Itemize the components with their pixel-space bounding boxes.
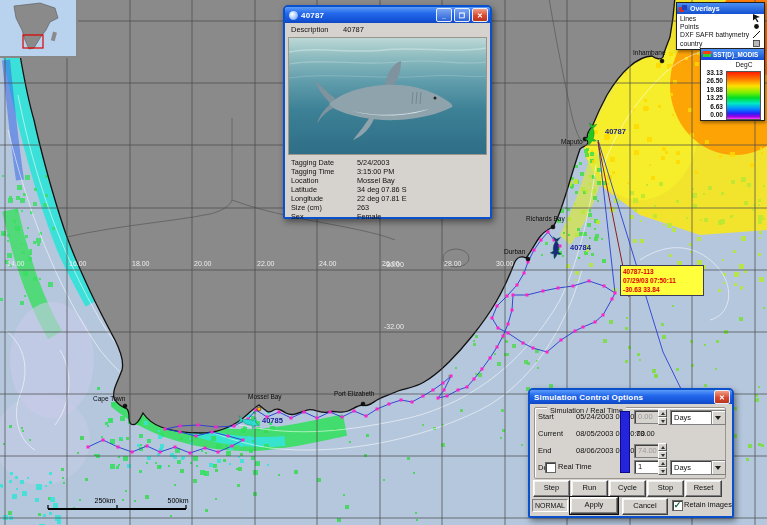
maximize-button[interactable]: ❐ bbox=[454, 8, 470, 22]
track-point[interactable] bbox=[233, 425, 236, 428]
track-point[interactable] bbox=[516, 284, 519, 287]
sim-dialog-titlebar[interactable]: Simulation Control Options ✕ bbox=[530, 390, 732, 404]
cancel-button[interactable]: Cancel bbox=[622, 498, 668, 515]
spin-down-icon[interactable] bbox=[658, 417, 667, 425]
overlay-item-bathymetry[interactable]: DXF SAFR bathymetry bbox=[677, 31, 764, 39]
track-point[interactable] bbox=[507, 323, 510, 326]
photo-window-titlebar[interactable]: 40787 _ ❐ ✕ bbox=[285, 7, 490, 23]
overlay-item-lines[interactable]: Lines bbox=[677, 14, 764, 22]
track-point[interactable] bbox=[496, 346, 499, 349]
track-point[interactable] bbox=[560, 339, 563, 342]
track-point[interactable] bbox=[189, 452, 192, 455]
track-point[interactable] bbox=[522, 342, 525, 345]
track-point[interactable] bbox=[146, 445, 149, 448]
track-point[interactable] bbox=[473, 378, 476, 381]
sim-close-button[interactable]: ✕ bbox=[714, 390, 730, 404]
track-point[interactable] bbox=[278, 411, 281, 414]
track-point[interactable] bbox=[227, 435, 230, 438]
track-point[interactable] bbox=[437, 397, 440, 400]
overlay-item-country[interactable]: country bbox=[677, 39, 764, 47]
track-point[interactable] bbox=[489, 357, 492, 360]
delta-spinner[interactable] bbox=[658, 459, 667, 473]
track-point[interactable] bbox=[316, 417, 319, 420]
spin-up-icon[interactable] bbox=[658, 459, 667, 467]
track-point[interactable] bbox=[466, 386, 469, 389]
start-unit-combo[interactable]: Days bbox=[670, 410, 726, 425]
overlay-item-points[interactable]: Points bbox=[677, 22, 764, 30]
track-point[interactable] bbox=[574, 330, 577, 333]
track-point[interactable] bbox=[211, 431, 214, 434]
spin-down-icon[interactable] bbox=[658, 467, 667, 475]
track-point[interactable] bbox=[231, 445, 234, 448]
track-point[interactable] bbox=[594, 321, 597, 324]
spin-up-icon[interactable] bbox=[658, 443, 667, 451]
track-point[interactable] bbox=[215, 426, 218, 429]
run-button[interactable]: Run bbox=[571, 480, 608, 497]
track-point[interactable] bbox=[197, 424, 200, 427]
track-point[interactable] bbox=[588, 280, 591, 283]
track-point[interactable] bbox=[572, 285, 575, 288]
track-point[interactable] bbox=[353, 410, 356, 413]
start-spinner[interactable] bbox=[658, 409, 667, 423]
track-point[interactable] bbox=[523, 272, 526, 275]
stop-button[interactable]: Stop bbox=[647, 480, 684, 497]
track-point[interactable] bbox=[443, 389, 446, 392]
track-point[interactable] bbox=[131, 451, 134, 454]
track-point[interactable] bbox=[496, 305, 499, 308]
end-spinner[interactable] bbox=[658, 443, 667, 457]
track-point[interactable] bbox=[506, 295, 509, 298]
track-point[interactable] bbox=[341, 416, 344, 419]
track-point[interactable] bbox=[303, 411, 306, 414]
track-point[interactable] bbox=[614, 292, 617, 295]
track-point[interactable] bbox=[582, 326, 585, 329]
track-point[interactable] bbox=[422, 395, 425, 398]
step-button[interactable]: Step bbox=[533, 480, 570, 497]
track-point[interactable] bbox=[457, 389, 460, 392]
track-point[interactable] bbox=[290, 417, 293, 420]
track-point[interactable] bbox=[446, 395, 449, 398]
track-point[interactable] bbox=[164, 428, 167, 431]
track-point[interactable] bbox=[400, 399, 403, 402]
track-point[interactable] bbox=[511, 309, 514, 312]
track-point[interactable] bbox=[540, 239, 543, 242]
track-point[interactable] bbox=[376, 408, 379, 411]
track-point[interactable] bbox=[442, 382, 445, 385]
track-point[interactable] bbox=[195, 435, 198, 438]
track-point[interactable] bbox=[388, 403, 391, 406]
track-point[interactable] bbox=[174, 446, 177, 449]
dropdown-arrow-icon[interactable] bbox=[711, 411, 725, 424]
track-point[interactable] bbox=[547, 231, 550, 234]
track-point[interactable] bbox=[542, 290, 545, 293]
track-point[interactable] bbox=[365, 415, 368, 418]
apply-button[interactable]: Apply bbox=[570, 497, 618, 514]
overview-inset-map[interactable] bbox=[0, 0, 78, 58]
spin-up-icon[interactable] bbox=[658, 409, 667, 417]
track-point[interactable] bbox=[611, 298, 614, 301]
delta-unit-combo[interactable]: Days bbox=[670, 460, 726, 475]
track-point[interactable] bbox=[159, 451, 162, 454]
realtime-checkbox[interactable] bbox=[545, 462, 556, 473]
track-point[interactable] bbox=[532, 347, 535, 350]
track-point[interactable] bbox=[432, 389, 435, 392]
track-point[interactable] bbox=[491, 317, 494, 320]
track-point[interactable] bbox=[526, 294, 529, 297]
sst-legend-titlebar[interactable]: SST(D)_MODIS bbox=[701, 49, 764, 60]
close-button[interactable]: ✕ bbox=[472, 8, 488, 22]
dropdown-arrow-icon[interactable] bbox=[711, 461, 725, 474]
track-point[interactable] bbox=[242, 439, 245, 442]
retain-images-checkbox[interactable]: ✓ bbox=[672, 500, 683, 511]
track-point[interactable] bbox=[102, 439, 105, 442]
track-point[interactable] bbox=[497, 327, 500, 330]
track-point[interactable] bbox=[450, 375, 453, 378]
minimize-button[interactable]: _ bbox=[436, 8, 452, 22]
track-point[interactable] bbox=[502, 335, 505, 338]
overlays-titlebar[interactable]: Overlays bbox=[677, 3, 764, 14]
track-point[interactable] bbox=[603, 285, 606, 288]
track-point[interactable] bbox=[507, 332, 510, 335]
spin-down-icon[interactable] bbox=[658, 451, 667, 459]
track-point[interactable] bbox=[204, 447, 207, 450]
progress-position-bar[interactable] bbox=[620, 411, 630, 473]
reset-button[interactable]: Reset bbox=[685, 480, 722, 497]
track-point[interactable] bbox=[179, 431, 182, 434]
track-point[interactable] bbox=[87, 446, 90, 449]
